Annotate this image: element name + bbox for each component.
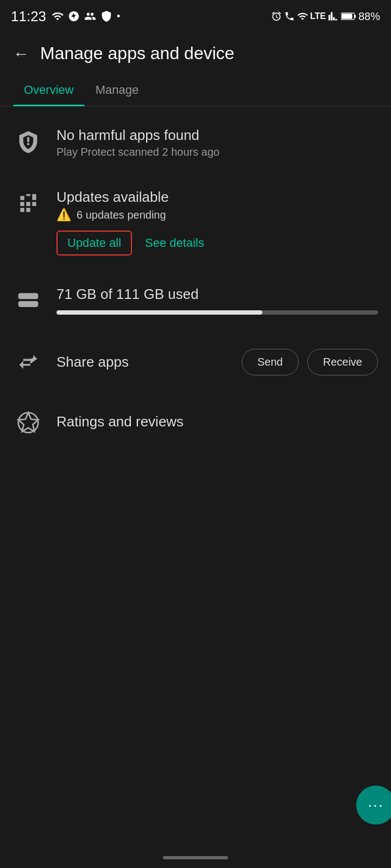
storage-section: 71 GB of 111 GB used bbox=[0, 271, 391, 331]
ratings-section: Ratings and reviews bbox=[0, 392, 391, 453]
bottom-nav-bar bbox=[163, 856, 228, 859]
lte-label: LTE bbox=[310, 11, 326, 21]
updates-actions: Update all See details bbox=[56, 231, 378, 256]
send-button[interactable]: Send bbox=[242, 349, 299, 375]
updates-icon bbox=[13, 189, 43, 219]
notification-dot: • bbox=[117, 11, 120, 22]
svg-rect-2 bbox=[342, 14, 352, 19]
update-all-button[interactable]: Update all bbox=[56, 231, 132, 256]
status-time: 11:23 bbox=[11, 8, 46, 25]
storage-bar-track bbox=[56, 310, 378, 315]
fab-label: ··· bbox=[368, 796, 383, 814]
status-left: 11:23 • bbox=[11, 8, 120, 25]
status-icons-left: • bbox=[52, 10, 120, 22]
sos-icon bbox=[68, 10, 80, 22]
see-details-button[interactable]: See details bbox=[145, 231, 204, 256]
ratings-title: Ratings and reviews bbox=[56, 413, 378, 430]
signal-icon bbox=[328, 11, 339, 22]
ratings-content: Ratings and reviews bbox=[56, 413, 378, 432]
battery-icon bbox=[341, 11, 356, 22]
back-button[interactable]: ← bbox=[13, 44, 29, 63]
phone-icon bbox=[284, 11, 295, 22]
tab-manage[interactable]: Manage bbox=[85, 74, 150, 106]
storage-title: 71 GB of 111 GB used bbox=[56, 286, 378, 303]
fab-button[interactable]: ··· bbox=[356, 786, 391, 825]
tabs-bar: Overview Manage bbox=[0, 74, 391, 106]
updates-content: Updates available ⚠️ 6 updates pending U… bbox=[56, 189, 378, 256]
updates-warning: ⚠️ 6 updates pending bbox=[56, 208, 378, 222]
updates-section: Updates available ⚠️ 6 updates pending U… bbox=[0, 174, 391, 271]
storage-bar-container bbox=[56, 310, 378, 315]
alarm-icon bbox=[271, 11, 282, 22]
page-title: Manage apps and device bbox=[40, 43, 235, 63]
svg-rect-1 bbox=[354, 15, 356, 17]
warning-icon: ⚠️ bbox=[56, 208, 71, 222]
wifi-signal-icon bbox=[297, 11, 308, 22]
ratings-icon bbox=[13, 407, 43, 438]
receive-button[interactable]: Receive bbox=[307, 349, 378, 375]
storage-content: 71 GB of 111 GB used bbox=[56, 286, 378, 315]
play-protect-content: No harmful apps found Play Protect scann… bbox=[56, 127, 378, 158]
team-icon bbox=[84, 10, 96, 22]
storage-icon bbox=[13, 286, 43, 316]
share-buttons: Send Receive bbox=[242, 349, 378, 375]
play-protect-title: No harmful apps found bbox=[56, 127, 378, 144]
updates-title: Updates available bbox=[56, 189, 378, 206]
play-protect-subtitle: Play Protect scanned 2 hours ago bbox=[56, 146, 378, 158]
share-apps-label: Share apps bbox=[56, 354, 129, 371]
storage-bar-fill bbox=[56, 310, 262, 315]
battery-percentage: 88% bbox=[358, 10, 380, 23]
vpn-icon bbox=[100, 10, 112, 22]
tab-overview[interactable]: Overview bbox=[13, 74, 85, 106]
status-right: LTE 88% bbox=[271, 10, 380, 23]
play-protect-section: No harmful apps found Play Protect scann… bbox=[0, 112, 391, 174]
play-protect-icon bbox=[13, 127, 43, 157]
status-bar: 11:23 • bbox=[0, 0, 391, 33]
wifi-icon bbox=[52, 10, 64, 22]
share-apps-icon bbox=[13, 347, 43, 377]
updates-pending-text: 6 updates pending bbox=[77, 209, 166, 221]
page-header: ← Manage apps and device bbox=[0, 33, 391, 74]
share-apps-section: Share apps Send Receive bbox=[0, 331, 391, 392]
